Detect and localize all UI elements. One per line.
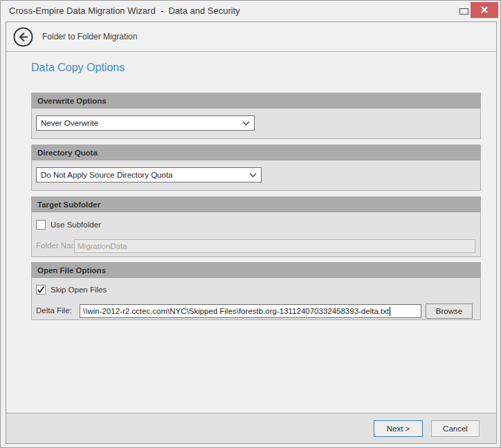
wizard-header: Folder to Folder Migration — [6, 22, 496, 52]
section-overwrite-options: Overwrite Options Never Overwrite — [31, 93, 481, 139]
delta-file-label: Delta File: — [36, 306, 72, 315]
section-title: Open File Options — [37, 266, 106, 274]
close-icon — [480, 4, 489, 17]
overwrite-options-dropdown[interactable]: Never Overwrite — [36, 115, 255, 131]
back-button[interactable] — [12, 26, 34, 48]
cancel-button-label: Cancel — [443, 424, 468, 433]
folder-name-input: MigrationData — [74, 239, 475, 253]
section-header: Overwrite Options — [32, 93, 480, 109]
wizard-step-title: Folder to Folder Migration — [42, 22, 137, 52]
dropdown-selected-value: Do Not Apply Source Directory Quota — [41, 171, 172, 179]
window-maximize-button[interactable] — [459, 8, 468, 15]
use-subfolder-checkbox[interactable]: Use Subfolder — [36, 220, 101, 230]
delta-file-value: \\win-2012-r2.cctec.com\NYC\Skipped File… — [83, 307, 389, 315]
delta-file-input[interactable]: \\win-2012-r2.cctec.com\NYC\Skipped File… — [80, 304, 421, 318]
checkbox-checked-icon — [36, 285, 46, 295]
dropdown-selected-value: Never Overwrite — [41, 119, 98, 127]
wizard-panel: Folder to Folder Migration Data Copy Opt… — [6, 21, 497, 444]
skip-open-files-checkbox[interactable]: Skip Open Files — [36, 285, 107, 295]
section-target-subfolder: Target Subfolder Use Subfolder Folder Na… — [31, 196, 481, 257]
wizard-window: Cross-Empire Data Migration Wizard - Dat… — [0, 0, 501, 448]
page-title: Data Copy Options — [31, 62, 125, 74]
back-arrow-icon — [12, 38, 34, 50]
directory-quota-dropdown[interactable]: Do Not Apply Source Directory Quota — [36, 167, 262, 183]
section-open-file-options: Open File Options Skip Open Files Delta … — [31, 262, 481, 320]
chevron-down-icon — [242, 119, 250, 127]
checkbox-unchecked-icon — [36, 220, 46, 230]
section-header: Open File Options — [32, 263, 480, 278]
checkbox-label: Skip Open Files — [51, 286, 107, 294]
section-header: Target Subfolder — [32, 197, 480, 212]
text-caret — [390, 307, 390, 316]
cancel-button[interactable]: Cancel — [431, 420, 480, 437]
browse-button-label: Browse — [436, 307, 462, 315]
checkbox-label: Use Subfolder — [51, 221, 101, 229]
section-title: Target Subfolder — [37, 200, 100, 209]
folder-name-value: MigrationData — [78, 242, 127, 250]
section-title: Overwrite Options — [37, 97, 107, 105]
window-close-button[interactable] — [471, 2, 498, 18]
footer-bar: Next > Cancel — [6, 413, 496, 443]
window-title: Cross-Empire Data Migration Wizard - Dat… — [9, 6, 240, 16]
section-directory-quota: Directory Quota Do Not Apply Source Dire… — [31, 144, 481, 191]
section-title: Directory Quota — [37, 149, 98, 157]
next-button-label: Next > — [387, 424, 410, 433]
section-header: Directory Quota — [32, 145, 480, 160]
browse-button[interactable]: Browse — [426, 304, 473, 319]
chevron-down-icon — [249, 171, 257, 179]
titlebar: Cross-Empire Data Migration Wizard - Dat… — [1, 1, 500, 21]
next-button[interactable]: Next > — [374, 420, 423, 437]
